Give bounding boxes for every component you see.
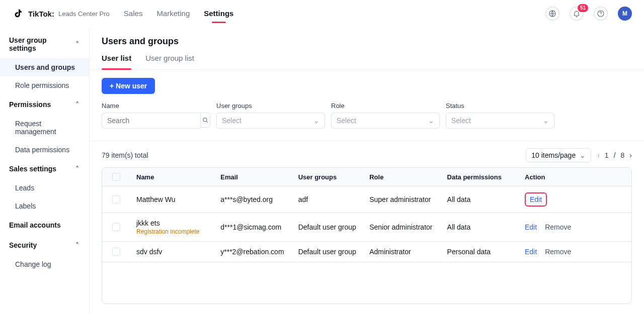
cell-name: Matthew Wu bbox=[136, 195, 220, 203]
sidebar-item-data-permissions[interactable]: Data permissions bbox=[0, 141, 89, 159]
select-role[interactable]: Select ⌄ bbox=[331, 113, 440, 129]
help-icon[interactable] bbox=[594, 7, 608, 21]
total-pages: 8 bbox=[621, 151, 625, 159]
brand-main: TikTok: bbox=[28, 10, 54, 18]
sidebar-section-security[interactable]: Security ˄ bbox=[0, 235, 89, 255]
sidebar-item-labels[interactable]: Labels bbox=[0, 197, 89, 215]
col-email: Email bbox=[220, 173, 298, 181]
search-input-wrap bbox=[102, 113, 201, 129]
chevron-up-icon: ˄ bbox=[74, 101, 80, 108]
cell-name: jkkk ets bbox=[136, 219, 220, 227]
header-icons: 51 M bbox=[545, 7, 632, 21]
remove-link[interactable]: Remove bbox=[545, 223, 571, 231]
filters: Name User groups Select ⌄ bbox=[90, 94, 644, 141]
edit-link[interactable]: Edit bbox=[525, 248, 537, 256]
cell-role: Administrator bbox=[369, 248, 447, 256]
total-count: 79 item(s) total bbox=[102, 151, 148, 159]
remove-link[interactable]: Remove bbox=[545, 248, 571, 256]
sidebar-item-leads[interactable]: Leads bbox=[0, 179, 89, 197]
filter-label-status: Status bbox=[446, 102, 554, 110]
table-header: Name Email User groups Role Data permiss… bbox=[102, 168, 631, 186]
subtabs: User list User group list bbox=[90, 49, 644, 70]
top-nav: Sales Marketing Settings bbox=[124, 0, 234, 27]
table-top: 79 item(s) total 10 items/page ⌄ ‹ 1 / 8… bbox=[102, 148, 632, 162]
cell-perm: All data bbox=[447, 195, 525, 203]
sidebar-item-change-log[interactable]: Change log bbox=[0, 255, 89, 273]
table-container: 79 item(s) total 10 items/page ⌄ ‹ 1 / 8… bbox=[90, 141, 644, 314]
svg-point-3 bbox=[203, 118, 207, 122]
body: User group settings ˄ Users and groups R… bbox=[0, 27, 644, 314]
filter-role: Role Select ⌄ bbox=[331, 102, 440, 129]
cell-groups: adf bbox=[298, 195, 370, 203]
table-row: jkkk ets Registration incomplete d***1@s… bbox=[102, 213, 631, 242]
search-button[interactable] bbox=[201, 113, 210, 128]
sidebar: User group settings ˄ Users and groups R… bbox=[0, 27, 90, 314]
sidebar-section-title: Sales settings bbox=[9, 165, 56, 173]
sidebar-section-sales-settings[interactable]: Sales settings ˄ bbox=[0, 159, 89, 179]
sidebar-section-title: Permissions bbox=[9, 100, 51, 109]
avatar[interactable]: M bbox=[618, 7, 632, 21]
chevron-up-icon: ˄ bbox=[74, 166, 80, 172]
sidebar-item-role-permissions[interactable]: Role permissions bbox=[0, 76, 89, 94]
nav-sales[interactable]: Sales bbox=[124, 0, 143, 27]
page-size-select[interactable]: 10 items/page ⌄ bbox=[526, 148, 591, 162]
page-title: Users and groups bbox=[90, 27, 644, 49]
chevron-down-icon: ⌄ bbox=[313, 118, 319, 124]
chevron-down-icon: ⌄ bbox=[543, 118, 549, 124]
select-placeholder: Select bbox=[337, 117, 356, 125]
select-all-checkbox[interactable] bbox=[112, 173, 120, 181]
col-name: Name bbox=[136, 173, 220, 181]
edit-link[interactable]: Edit bbox=[525, 223, 537, 231]
cell-email: d***1@sicmag.com bbox=[220, 223, 298, 231]
prev-page-icon[interactable]: ‹ bbox=[597, 151, 600, 159]
select-user-groups[interactable]: Select ⌄ bbox=[216, 113, 325, 129]
sidebar-item-request-management[interactable]: Request management bbox=[0, 115, 89, 141]
col-action: Action bbox=[525, 173, 625, 181]
pager-ctrl: ‹ 1 / 8 › bbox=[597, 151, 632, 159]
main: Users and groups User list User group li… bbox=[90, 27, 644, 314]
nav-settings[interactable]: Settings bbox=[204, 0, 233, 27]
chevron-down-icon: ⌄ bbox=[580, 152, 586, 158]
sidebar-section-permissions[interactable]: Permissions ˄ bbox=[0, 94, 89, 115]
chevron-up-icon: ˄ bbox=[74, 242, 80, 248]
sidebar-item-users-and-groups[interactable]: Users and groups bbox=[0, 58, 89, 76]
table: Name Email User groups Role Data permiss… bbox=[102, 167, 632, 304]
row-checkbox[interactable] bbox=[112, 223, 120, 231]
notification-badge: 51 bbox=[578, 4, 588, 12]
edit-link[interactable]: Edit bbox=[525, 192, 547, 206]
row-checkbox[interactable] bbox=[112, 195, 120, 203]
filter-status: Status Select ⌄ bbox=[446, 102, 554, 129]
col-data-permissions: Data permissions bbox=[447, 173, 525, 181]
cell-email: y***2@rebation.com bbox=[220, 248, 298, 256]
next-page-icon[interactable]: › bbox=[629, 151, 632, 159]
sep: / bbox=[614, 151, 616, 159]
tab-user-list[interactable]: User list bbox=[102, 49, 131, 69]
select-status[interactable]: Select ⌄ bbox=[446, 113, 554, 129]
current-page: 1 bbox=[605, 151, 609, 159]
col-user-groups: User groups bbox=[298, 173, 370, 181]
select-placeholder: Select bbox=[222, 117, 242, 125]
brand: TikTok: Leads Center Pro bbox=[12, 8, 110, 20]
globe-icon[interactable] bbox=[545, 7, 559, 21]
filter-user-groups: User groups Select ⌄ bbox=[216, 102, 325, 129]
bell-icon[interactable]: 51 bbox=[570, 7, 584, 21]
cell-groups: Default user group bbox=[298, 248, 370, 256]
row-checkbox[interactable] bbox=[112, 248, 120, 256]
cell-perm: Personal data bbox=[447, 248, 525, 256]
cell-role: Super administrator bbox=[369, 195, 447, 203]
sidebar-section-user-group-settings[interactable]: User group settings ˄ bbox=[0, 30, 89, 58]
chevron-down-icon: ⌄ bbox=[428, 118, 434, 124]
search-input[interactable] bbox=[106, 116, 196, 125]
cell-groups: Default user group bbox=[298, 223, 370, 231]
filter-label-name: Name bbox=[102, 102, 210, 110]
col-role: Role bbox=[369, 173, 447, 181]
tab-user-group-list[interactable]: User group list bbox=[145, 49, 194, 69]
brand-sub: Leads Center Pro bbox=[58, 10, 110, 18]
table-row: sdv dsfv y***2@rebation.com Default user… bbox=[102, 242, 631, 262]
sidebar-section-title: Email accounts bbox=[9, 221, 61, 229]
new-user-button[interactable]: + New user bbox=[102, 78, 155, 94]
nav-marketing[interactable]: Marketing bbox=[156, 0, 190, 27]
cell-email: a***s@byted.org bbox=[220, 195, 298, 203]
sidebar-item-email-accounts[interactable]: Email accounts bbox=[0, 215, 89, 235]
filter-label-role: Role bbox=[331, 102, 440, 110]
